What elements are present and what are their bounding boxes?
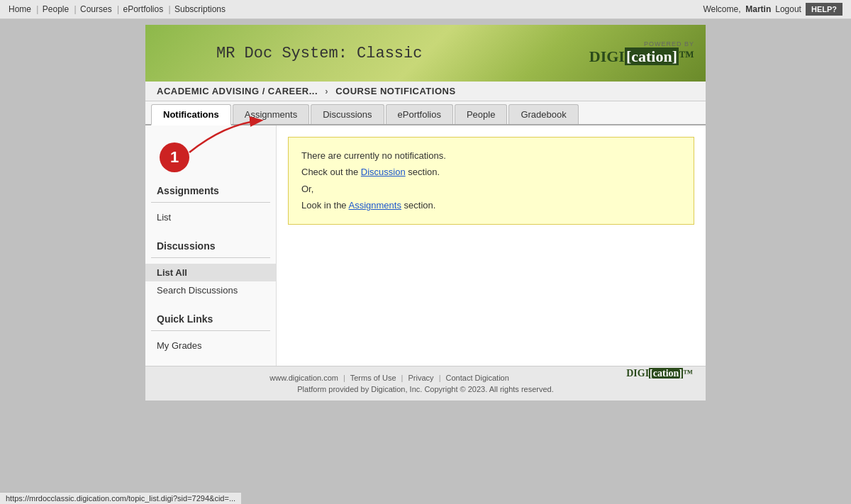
content-area: 1 Assignments List bbox=[145, 125, 706, 366]
notification-line1: There are currently no notifications. bbox=[301, 147, 681, 164]
nav-people[interactable]: People bbox=[43, 4, 69, 14]
footer-logo: DIGI[cation]™ bbox=[626, 368, 693, 379]
notification-box: There are currently no notifications. Ch… bbox=[288, 137, 694, 225]
breadcrumb-part2: COURSE NOTIFICATIONS bbox=[335, 86, 455, 96]
powered-by-text: POWERED BY bbox=[589, 40, 694, 47]
nav-sep-3: | bbox=[115, 4, 122, 14]
breadcrumb: ACADEMIC ADVISING / CAREER... › COURSE N… bbox=[145, 82, 706, 101]
footer-copyright: Platform provided by Digication, Inc. Co… bbox=[152, 385, 699, 393]
sidebar-discussions-title: Discussions bbox=[145, 235, 276, 254]
badge-arrow-icon bbox=[182, 117, 267, 156]
footer-links: www.digication.com | Terms of Use | Priv… bbox=[152, 374, 699, 382]
welcome-text: Welcome, Martin bbox=[703, 4, 771, 14]
footer-privacy[interactable]: Privacy bbox=[408, 374, 434, 382]
tab-people[interactable]: People bbox=[455, 104, 507, 124]
tab-eportfolios[interactable]: ePortfolios bbox=[386, 104, 453, 124]
footer-contact[interactable]: Contact Digication bbox=[446, 374, 509, 382]
sidebar-quick-links-title: Quick Links bbox=[145, 308, 276, 327]
sidebar-divider-1 bbox=[151, 202, 270, 203]
nav-home[interactable]: Home bbox=[9, 4, 31, 14]
digi-logo: DIGI[cation]™ bbox=[589, 47, 694, 66]
sidebar-item-list-all[interactable]: List All bbox=[145, 264, 276, 281]
user-name: Martin bbox=[745, 4, 771, 14]
breadcrumb-part1: ACADEMIC ADVISING / CAREER... bbox=[157, 86, 318, 96]
help-button[interactable]: HELP? bbox=[806, 3, 842, 16]
nav-eportfolios[interactable]: ePortfolios bbox=[123, 4, 163, 14]
notification-line3: Or, bbox=[301, 181, 681, 197]
nav-sep-4: | bbox=[166, 4, 173, 14]
footer: DIGI[cation]™ www.digication.com | Terms… bbox=[145, 366, 706, 401]
sidebar-divider-3 bbox=[151, 330, 270, 331]
footer-website[interactable]: www.digication.com bbox=[269, 374, 338, 382]
tab-discussions[interactable]: Discussions bbox=[311, 104, 384, 124]
footer-sep1: | bbox=[343, 374, 345, 382]
nav-sep-2: | bbox=[72, 4, 79, 14]
sidebar: 1 Assignments List bbox=[145, 125, 277, 366]
top-nav-links: Home | People | Courses | ePortfolios | … bbox=[9, 4, 227, 14]
sidebar-item-search-discussions[interactable]: Search Discussions bbox=[145, 281, 276, 299]
sidebar-item-my-grades[interactable]: My Grades bbox=[145, 337, 276, 354]
sidebar-assignments-title: Assignments bbox=[145, 179, 276, 199]
nav-subscriptions[interactable]: Subscriptions bbox=[174, 4, 226, 14]
sidebar-item-list[interactable]: List bbox=[145, 208, 276, 226]
status-bar: https://mrdocclassic.digication.com/topi… bbox=[0, 492, 241, 504]
top-navigation: Home | People | Courses | ePortfolios | … bbox=[0, 0, 851, 19]
main-container: MR Doc System: Classic POWERED BY DIGI[c… bbox=[145, 25, 706, 401]
logout-link[interactable]: Logout bbox=[775, 4, 801, 14]
footer-sep2: | bbox=[401, 374, 404, 382]
main-content: There are currently no notifications. Ch… bbox=[277, 125, 706, 366]
tab-gradebook[interactable]: Gradebook bbox=[508, 104, 578, 124]
notification-line2: Check out the Discussion section. bbox=[301, 164, 681, 180]
nav-courses[interactable]: Courses bbox=[80, 4, 112, 14]
banner-title: MR Doc System: Classic bbox=[216, 45, 422, 62]
discussion-link[interactable]: Discussion bbox=[361, 167, 406, 177]
banner-logo: POWERED BY DIGI[cation]™ bbox=[589, 40, 694, 66]
banner: MR Doc System: Classic POWERED BY DIGI[c… bbox=[145, 25, 706, 82]
footer-sep3: | bbox=[439, 374, 441, 382]
footer-digi-logo: DIGI[cation]™ bbox=[626, 368, 693, 379]
footer-terms[interactable]: Terms of Use bbox=[350, 374, 396, 382]
sidebar-divider-2 bbox=[151, 257, 270, 258]
top-nav-user: Welcome, Martin Logout HELP? bbox=[703, 3, 842, 16]
breadcrumb-arrow: › bbox=[325, 86, 328, 96]
notification-line4: Look in the Assignments section. bbox=[301, 197, 681, 213]
nav-sep-1: | bbox=[34, 4, 41, 14]
assignments-link[interactable]: Assignments bbox=[349, 200, 401, 211]
